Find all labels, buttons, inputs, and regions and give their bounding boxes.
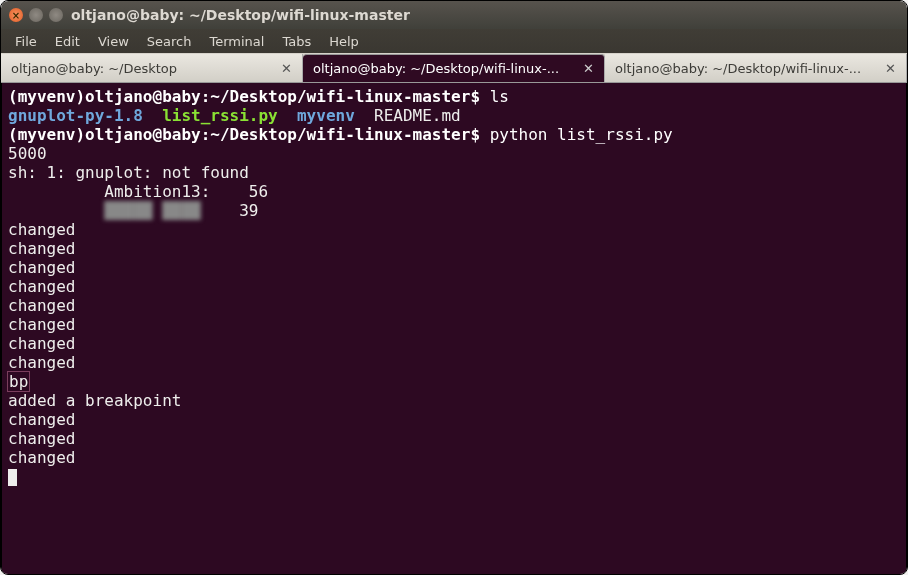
ls-dir: myvenv (297, 106, 355, 125)
net-name: Ambition13: (104, 182, 210, 201)
tab-close-icon[interactable]: ✕ (281, 61, 292, 76)
net-val: 39 (239, 201, 258, 220)
net-val: 56 (249, 182, 268, 201)
out-changed: changed (8, 334, 75, 353)
cmd-python: python list_rssi.py (490, 125, 673, 144)
titlebar: × oltjano@baby: ~/Desktop/wifi-linux-mas… (1, 1, 907, 29)
maximize-button[interactable] (49, 8, 63, 22)
minimize-button[interactable] (29, 8, 43, 22)
menu-search[interactable]: Search (139, 32, 200, 51)
menu-help[interactable]: Help (321, 32, 367, 51)
prompt: (myvenv)oltjano@baby:~/Desktop/wifi-linu… (8, 125, 480, 144)
ls-exe: list_rssi.py (162, 106, 278, 125)
tab-0[interactable]: oltjano@baby: ~/Desktop ✕ (1, 54, 303, 82)
out-changed: changed (8, 239, 75, 258)
tab-label: oltjano@baby: ~/Desktop (11, 61, 177, 76)
menubar: File Edit View Search Terminal Tabs Help (1, 29, 907, 53)
menu-file[interactable]: File (7, 32, 45, 51)
cmd-ls: ls (490, 87, 509, 106)
cursor-icon (8, 469, 17, 486)
menu-edit[interactable]: Edit (47, 32, 88, 51)
out-changed: changed (8, 410, 75, 429)
ls-dir: gnuplot-py-1.8 (8, 106, 143, 125)
out-changed: changed (8, 315, 75, 334)
out-added-bp: added a breakpoint (8, 391, 181, 410)
window-controls: × (9, 8, 63, 22)
net-name-blurred: █████ ████ (104, 201, 200, 220)
out-changed: changed (8, 353, 75, 372)
out-changed: changed (8, 220, 75, 239)
tab-label: oltjano@baby: ~/Desktop/wifi-linux-... (313, 61, 559, 76)
tabbar: oltjano@baby: ~/Desktop ✕ oltjano@baby: … (1, 53, 907, 83)
tab-close-icon[interactable]: ✕ (885, 61, 896, 76)
out-changed: changed (8, 258, 75, 277)
out-changed: changed (8, 296, 75, 315)
ls-file: README.md (374, 106, 461, 125)
prompt: (myvenv)oltjano@baby:~/Desktop/wifi-linu… (8, 87, 480, 106)
input-bp: bp (8, 372, 29, 391)
terminal-pane[interactable]: (myvenv)oltjano@baby:~/Desktop/wifi-linu… (1, 83, 907, 575)
tab-1[interactable]: oltjano@baby: ~/Desktop/wifi-linux-... ✕ (303, 54, 605, 82)
menu-view[interactable]: View (90, 32, 137, 51)
out-line: sh: 1: gnuplot: not found (8, 163, 249, 182)
close-button[interactable]: × (9, 8, 23, 22)
out-changed: changed (8, 448, 75, 467)
tab-close-icon[interactable]: ✕ (583, 61, 594, 76)
out-changed: changed (8, 429, 75, 448)
out-changed: changed (8, 277, 75, 296)
menu-terminal[interactable]: Terminal (201, 32, 272, 51)
tab-2[interactable]: oltjano@baby: ~/Desktop/wifi-linux-... ✕ (605, 54, 907, 82)
menu-tabs[interactable]: Tabs (274, 32, 319, 51)
window-title: oltjano@baby: ~/Desktop/wifi-linux-maste… (71, 7, 410, 23)
tab-label: oltjano@baby: ~/Desktop/wifi-linux-... (615, 61, 861, 76)
out-line: 5000 (8, 144, 47, 163)
